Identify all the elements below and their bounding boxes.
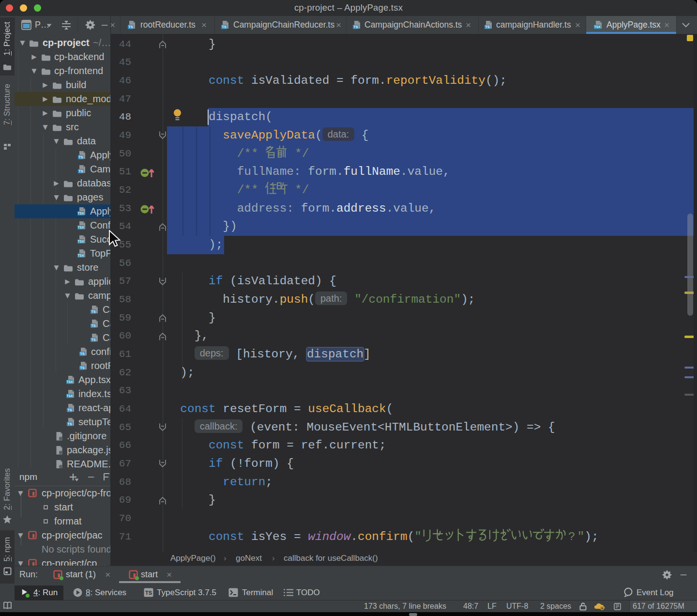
svg-text:TS: TS bbox=[145, 590, 152, 596]
